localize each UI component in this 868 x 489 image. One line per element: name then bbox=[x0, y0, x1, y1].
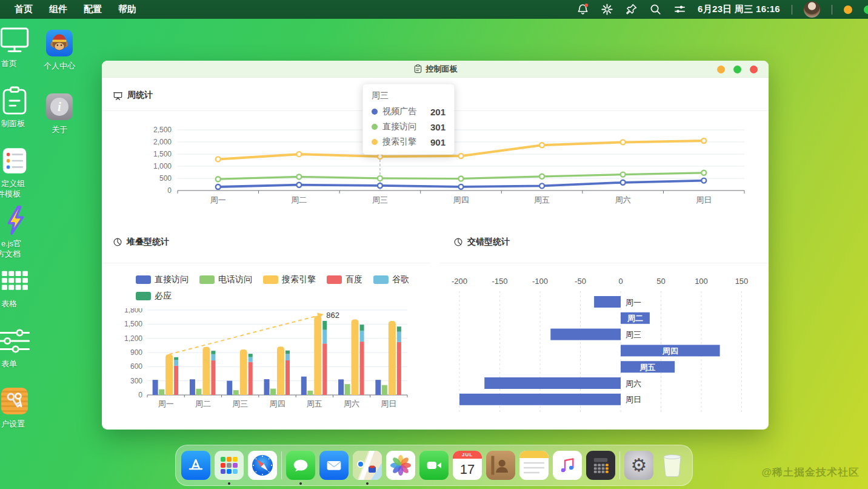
desktop-icons-column-2: 个人中心i关于 bbox=[40, 29, 79, 144]
zoom-button[interactable] bbox=[733, 66, 741, 73]
svg-text:周二: 周二 bbox=[627, 314, 643, 323]
calendar-day: 17 bbox=[453, 459, 482, 480]
series-value: 201 bbox=[430, 107, 446, 117]
svg-text:2,500: 2,500 bbox=[153, 126, 172, 134]
desktop-icon-label: 表单 bbox=[1, 359, 17, 369]
running-indicator bbox=[228, 482, 230, 485]
menubar-separator bbox=[832, 5, 832, 15]
svg-text:-100: -100 bbox=[532, 277, 548, 286]
desktop-icon-label: 关于 bbox=[52, 124, 67, 135]
legend-item[interactable]: 电话访问 bbox=[199, 274, 252, 285]
user-settings-icon bbox=[1, 387, 28, 415]
stacked-bar-chart[interactable]: 03006009001,2001,5001,800周一周二周三周四周五周六周日8… bbox=[113, 308, 437, 416]
series-value: 301 bbox=[430, 122, 446, 132]
desktop-icon-custom-template[interactable]: 定义组件模板 bbox=[0, 147, 38, 198]
theme-icon[interactable] bbox=[601, 3, 613, 16]
svg-text:周六: 周六 bbox=[626, 379, 641, 388]
status-dot-orange[interactable] bbox=[844, 5, 852, 14]
desktop-icon-user-settings[interactable]: 户设置 bbox=[0, 387, 38, 439]
dock-calculator-icon[interactable] bbox=[586, 451, 615, 480]
close-button[interactable] bbox=[750, 66, 758, 73]
chart-tooltip: 周三 视频广告201直接访问301搜索引擎901 bbox=[362, 84, 455, 155]
svg-text:周三: 周三 bbox=[626, 330, 641, 339]
desktop-icon-label: 首页 bbox=[1, 58, 17, 69]
dock-trash-icon[interactable] bbox=[658, 451, 687, 480]
desktop-icon-user-center[interactable]: 个人中心 bbox=[40, 29, 79, 81]
series-value: 901 bbox=[430, 137, 446, 147]
legend-item[interactable]: 直接访问 bbox=[136, 274, 189, 285]
negative-bar-chart[interactable]: -200-150-100-50050100150周一周二周三周四周五周六周日 bbox=[441, 266, 769, 419]
dock-separator bbox=[281, 451, 282, 479]
bell-icon[interactable] bbox=[576, 3, 589, 16]
desktop-icon-home-monitor[interactable]: 首页 bbox=[0, 27, 38, 78]
dock-maps-icon[interactable] bbox=[353, 451, 382, 480]
desktop-icons-column-1: 首页制面板定义组件模板e.js官方文档表格表单户设置 bbox=[0, 27, 38, 439]
svg-text:周三: 周三 bbox=[372, 195, 388, 204]
dashboard-window: 控制面板 周统计 05001,0001,5002,0002,500周一周二周三周… bbox=[102, 61, 769, 430]
svg-text:周四: 周四 bbox=[270, 399, 285, 408]
legend-item[interactable]: 百度 bbox=[327, 274, 362, 285]
menu-item-2[interactable]: 组件 bbox=[49, 4, 67, 15]
desktop-icon-form[interactable]: 表单 bbox=[0, 327, 38, 379]
search-icon[interactable] bbox=[649, 3, 662, 16]
svg-text:周一: 周一 bbox=[210, 195, 226, 204]
dock-separator bbox=[619, 451, 620, 479]
svg-text:0: 0 bbox=[618, 277, 623, 286]
svg-text:2,000: 2,000 bbox=[153, 138, 172, 146]
dock-music-icon[interactable] bbox=[553, 451, 582, 480]
about-icon: i bbox=[45, 93, 73, 121]
svg-text:-200: -200 bbox=[452, 277, 467, 286]
dock-notes-icon[interactable] bbox=[519, 451, 549, 480]
series-name: 视频广告 bbox=[382, 106, 416, 117]
vite-docs-icon bbox=[1, 207, 28, 235]
svg-text:周日: 周日 bbox=[626, 395, 641, 404]
svg-text:周一: 周一 bbox=[626, 298, 641, 307]
pin-icon[interactable] bbox=[625, 3, 638, 16]
dock-app-store-icon[interactable] bbox=[181, 451, 210, 480]
tooltip-row: 搜索引擎901 bbox=[372, 137, 446, 147]
status-dot-green[interactable] bbox=[864, 5, 868, 14]
running-indicator bbox=[366, 482, 369, 485]
desktop-icon-label: 表格 bbox=[1, 298, 17, 309]
dock-photos-icon[interactable] bbox=[386, 451, 415, 480]
custom-template-icon bbox=[1, 147, 28, 175]
menu-item-1[interactable]: 首页 bbox=[15, 4, 33, 15]
minimize-button[interactable] bbox=[717, 66, 725, 73]
dock-calendar-icon[interactable]: JUL17 bbox=[453, 451, 482, 480]
dock-settings-icon[interactable]: ⚙ bbox=[624, 451, 653, 480]
svg-text:周五: 周五 bbox=[534, 195, 550, 204]
desktop-icon-control-panel[interactable]: 制面板 bbox=[0, 87, 38, 138]
gear-glyph: ⚙ bbox=[631, 456, 647, 474]
legend-item[interactable]: 必应 bbox=[136, 291, 172, 302]
menubar-status-area: 6月23日 周三 16:16 bbox=[576, 1, 868, 18]
stacked-bar-legend: 直接访问电话访问搜索引擎百度谷歌必应 bbox=[136, 274, 413, 302]
dock-launchpad-icon[interactable] bbox=[215, 451, 244, 480]
desktop-icon-table[interactable]: 表格 bbox=[0, 267, 38, 319]
svg-text:周五: 周五 bbox=[639, 363, 656, 372]
section-title-negative: 交错型统计 bbox=[453, 237, 510, 248]
window-titlebar[interactable]: 控制面板 bbox=[102, 61, 769, 78]
legend-item[interactable]: 搜索引擎 bbox=[263, 274, 316, 285]
desktop: 首页组件配置帮助 6月23日 周三 16:16 首页制面板定义组件模板e.js官… bbox=[0, 0, 868, 489]
legend-item[interactable]: 谷歌 bbox=[373, 274, 409, 285]
dock-safari-icon[interactable] bbox=[248, 451, 277, 480]
desktop-icon-vite-docs[interactable]: e.js官方文档 bbox=[0, 207, 38, 258]
desktop-icon-about[interactable]: i关于 bbox=[40, 93, 79, 144]
watermark: @稀土掘金技术社区 bbox=[761, 465, 860, 479]
section-title-stacked: 堆叠型统计 bbox=[113, 237, 169, 248]
menu-item-3[interactable]: 配置 bbox=[84, 4, 102, 15]
series-name: 直接访问 bbox=[382, 121, 416, 132]
user-avatar[interactable] bbox=[804, 1, 820, 18]
dock-contacts-icon[interactable] bbox=[486, 451, 515, 480]
series-dot bbox=[372, 124, 378, 130]
dock-messages-icon[interactable] bbox=[286, 451, 315, 480]
dock-mail-icon[interactable] bbox=[319, 451, 349, 480]
tune-icon[interactable] bbox=[673, 3, 686, 16]
desktop-icon-label: e.js官方文档 bbox=[1, 238, 21, 259]
svg-text:周一: 周一 bbox=[158, 399, 174, 408]
series-name: 搜索引擎 bbox=[382, 137, 416, 147]
home-monitor-icon bbox=[1, 27, 28, 55]
dock-facetime-icon[interactable] bbox=[419, 451, 449, 480]
menu-item-4[interactable]: 帮助 bbox=[118, 4, 136, 15]
svg-text:-150: -150 bbox=[492, 277, 507, 286]
